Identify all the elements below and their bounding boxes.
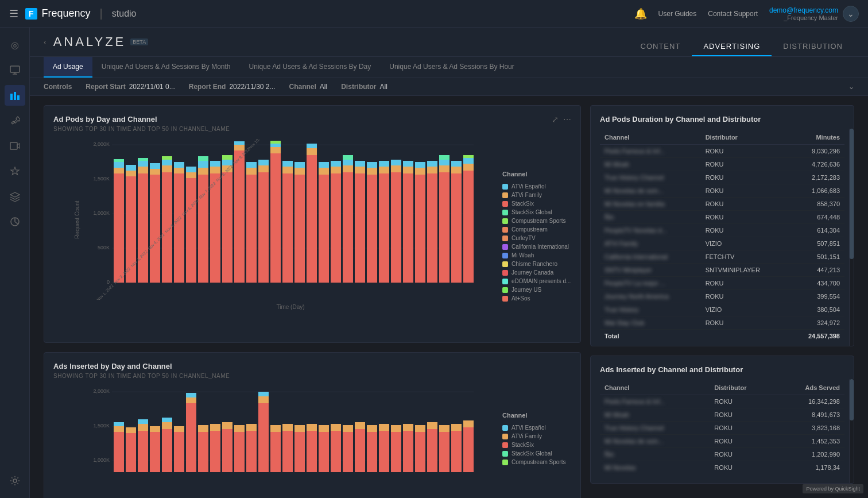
sub-tab-daily[interactable]: Unique Ad Users & Ad Sessions By Day <box>240 57 381 78</box>
svg-rect-24 <box>126 171 136 176</box>
svg-rect-55 <box>234 145 245 150</box>
controls-label: Controls <box>44 83 72 91</box>
svg-rect-115 <box>463 164 474 171</box>
user-menu[interactable]: demo@frequency.com _Frequency Master ⌄ <box>769 6 859 22</box>
svg-rect-165 <box>162 422 172 429</box>
channel-cell: Mi Novelas en familia <box>600 198 701 211</box>
svg-rect-190 <box>294 425 305 432</box>
svg-rect-31 <box>150 169 160 175</box>
svg-rect-21 <box>114 162 124 168</box>
distributor-cell: ROKU <box>701 224 789 237</box>
user-avatar[interactable]: ⌄ <box>843 6 859 22</box>
user-guides-link[interactable]: User Guides <box>658 10 697 18</box>
expand-chart1-icon[interactable]: ⤢ <box>552 115 559 124</box>
svg-rect-200 <box>355 422 365 429</box>
svg-rect-206 <box>391 425 401 432</box>
svg-rect-163 <box>150 426 160 432</box>
svg-rect-37 <box>174 173 184 283</box>
sidebar-item-analytics[interactable] <box>5 85 25 106</box>
svg-rect-102 <box>415 168 425 175</box>
scrollbar-thumb[interactable] <box>850 129 854 259</box>
svg-rect-69 <box>282 161 293 167</box>
svg-rect-109 <box>439 160 450 165</box>
value-cell: 1,452,353 <box>775 435 844 448</box>
logo-f-icon: F <box>25 8 37 20</box>
value-cell: 4,726,636 <box>788 158 844 171</box>
logo-text: Frequency <box>42 7 91 20</box>
distributor-cell: ROKU <box>701 316 789 330</box>
legend-label: Compustream Sports <box>512 218 565 224</box>
scrollbar-track-2[interactable] <box>849 379 854 483</box>
svg-rect-66 <box>270 141 281 144</box>
page-title: ANALYZE <box>53 34 126 49</box>
sub-tab-hourly[interactable]: Unique Ad Users & Ad Sessions By Hour <box>380 57 523 78</box>
control-distributor[interactable]: Distributor All <box>341 83 388 91</box>
total-row: Total 24,557,398 <box>600 330 844 343</box>
svg-rect-60 <box>258 172 269 283</box>
scrollbar-thumb-2[interactable] <box>850 379 854 420</box>
svg-rect-156 <box>114 422 124 426</box>
svg-rect-39 <box>174 162 184 168</box>
sidebar-item-layers[interactable] <box>5 186 25 207</box>
control-report-start[interactable]: Report Start 2022/11/01 0... <box>86 83 175 91</box>
svg-rect-79 <box>331 173 341 283</box>
sub-tab-monthly[interactable]: Unique Ad Users & Ad Sessions By Month <box>92 57 240 78</box>
svg-text:1,000K: 1,000K <box>93 457 110 463</box>
legend-label: eDOMAIN presents d... <box>512 278 571 284</box>
svg-rect-44 <box>198 168 208 175</box>
sidebar-item-settings[interactable] <box>5 470 25 491</box>
sidebar-item-chart[interactable] <box>5 211 25 232</box>
analyze-header: ‹ ANALYZE BETA CONTEnt AdveRTising DISTR… <box>30 28 868 57</box>
svg-rect-50 <box>222 172 232 283</box>
more-options-chart1-icon[interactable]: ⋯ <box>563 115 571 124</box>
tab-distribution[interactable]: DISTRIBUTION <box>772 37 854 56</box>
svg-text:Nov 1, 2022: Nov 1, 2022 <box>96 284 114 300</box>
contact-support-link[interactable]: Contact Support <box>708 10 758 18</box>
distributor-cell: ROKU <box>701 184 789 198</box>
channel-cell: Mi Woah <box>600 158 701 171</box>
svg-rect-204 <box>379 424 389 431</box>
legend-item: StackSix Global <box>502 450 571 457</box>
user-email: demo@frequency.com <box>769 6 838 14</box>
sidebar-item-monitor[interactable] <box>5 60 25 80</box>
control-report-end[interactable]: Report End 2022/11/30 2... <box>189 83 276 91</box>
back-icon[interactable]: ‹ <box>44 37 46 47</box>
channel-label: Channel <box>289 83 316 91</box>
legend-item: ATVi Español <box>502 424 571 431</box>
distributor-cell: ROKU <box>701 158 789 171</box>
svg-rect-19 <box>114 173 124 283</box>
svg-rect-164 <box>162 429 172 472</box>
tab-content[interactable]: CONTEnt <box>629 37 692 56</box>
sidebar-item-star[interactable] <box>5 161 25 182</box>
chart2-title: Ads Inserted by Day and Channel <box>53 362 230 370</box>
sub-tab-ad-usage[interactable]: Ad Usage <box>44 57 92 78</box>
svg-rect-97 <box>391 160 401 165</box>
chart1-legend-title: Channel <box>502 171 571 177</box>
svg-rect-87 <box>355 167 365 173</box>
legend-label: StackSix Global <box>512 209 552 215</box>
legend-label: ATVi Español <box>512 424 546 431</box>
hamburger-icon[interactable]: ☰ <box>9 7 18 20</box>
svg-rect-172 <box>198 432 208 472</box>
control-controls[interactable]: Controls <box>44 83 72 91</box>
svg-rect-25 <box>126 165 136 171</box>
tab-advertising[interactable]: AdveRTising <box>692 37 772 56</box>
bell-icon[interactable]: 🔔 <box>634 7 647 20</box>
sidebar-item-tools[interactable] <box>5 110 25 131</box>
legend-label: Journey Canada <box>512 269 553 276</box>
svg-rect-47 <box>210 173 220 283</box>
legend-label: StackSix Global <box>512 450 552 457</box>
svg-rect-186 <box>270 425 281 432</box>
chart-panel-1: Ad Pods by Day and Channel SHOWING TOP 3… <box>44 105 581 343</box>
total-empty <box>701 330 789 343</box>
svg-rect-194 <box>319 425 329 432</box>
expand-icon[interactable]: ⌄ <box>848 83 854 91</box>
svg-rect-88 <box>355 161 365 167</box>
sidebar-item-target[interactable]: ◎ <box>5 34 25 55</box>
control-channel[interactable]: Channel All <box>289 83 328 91</box>
sidebar-item-video[interactable] <box>5 136 25 156</box>
scrollbar-track[interactable] <box>849 129 854 346</box>
svg-rect-71 <box>294 168 305 175</box>
channel-cell: PeoplsTV Novelas d... <box>600 224 701 237</box>
value-cell: 2,172,283 <box>788 171 844 184</box>
